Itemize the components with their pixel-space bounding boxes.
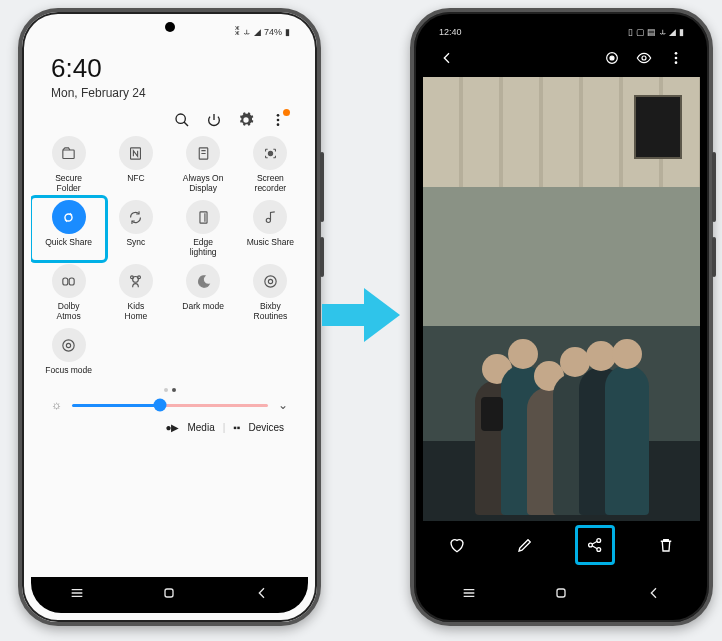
dark-icon[interactable] bbox=[186, 264, 220, 298]
nfc-icon[interactable] bbox=[119, 136, 153, 170]
tile-label: Screenrecorder bbox=[255, 174, 287, 194]
svg-point-20 bbox=[63, 339, 74, 350]
back-button[interactable] bbox=[254, 585, 270, 605]
bixby-icon[interactable] bbox=[253, 264, 287, 298]
quick-tile-aod[interactable]: Always OnDisplay bbox=[170, 136, 237, 194]
quick-tile-kids[interactable]: KidsHome bbox=[102, 264, 169, 322]
svg-point-30 bbox=[675, 57, 678, 60]
quick-tile-dolby[interactable]: DolbyAtmos bbox=[35, 264, 102, 322]
navigation-bar bbox=[31, 577, 308, 613]
power-icon[interactable] bbox=[206, 112, 222, 128]
slider-thumb[interactable] bbox=[154, 399, 167, 412]
gallery-topbar bbox=[423, 43, 700, 77]
visibility-icon[interactable] bbox=[636, 50, 652, 70]
favorite-icon[interactable] bbox=[440, 528, 474, 562]
quick-tile-bixby[interactable]: BixbyRoutines bbox=[237, 264, 304, 322]
quick-tile-dark[interactable]: Dark mode bbox=[170, 264, 237, 322]
sync-icon[interactable] bbox=[119, 200, 153, 234]
gallery-bottombar bbox=[423, 521, 700, 569]
wifi-icon: ⥿ bbox=[243, 27, 251, 37]
edit-icon[interactable] bbox=[508, 528, 542, 562]
page-dot bbox=[164, 388, 168, 392]
svg-rect-40 bbox=[557, 589, 565, 597]
svg-point-13 bbox=[266, 218, 270, 222]
dolby-icon[interactable] bbox=[52, 264, 86, 298]
media-play-icon: ●▶ bbox=[165, 422, 179, 433]
rec-icon[interactable] bbox=[253, 136, 287, 170]
quick-tile-music[interactable]: Music Share bbox=[237, 200, 304, 258]
share-icon[interactable] bbox=[575, 525, 615, 565]
home-button[interactable] bbox=[161, 585, 177, 605]
tile-label: Dark mode bbox=[182, 302, 224, 322]
status-bar: 12:40 ▯ ▢ ▤ ⥿ ◢ ▮ bbox=[423, 21, 700, 43]
photo-phone-in-hand bbox=[481, 397, 503, 431]
search-icon[interactable] bbox=[174, 112, 190, 128]
status-bar: ⁑ ⥿ ◢ 74% ▮ bbox=[31, 21, 308, 43]
kids-icon[interactable] bbox=[119, 264, 153, 298]
tile-label: SecureFolder bbox=[55, 174, 82, 194]
media-button[interactable]: Media bbox=[187, 422, 214, 433]
battery-icon: ▮ bbox=[285, 27, 290, 37]
photo-view[interactable] bbox=[423, 77, 700, 521]
tile-label: Always OnDisplay bbox=[183, 174, 224, 194]
music-icon[interactable] bbox=[253, 200, 287, 234]
devices-button[interactable]: Devices bbox=[248, 422, 284, 433]
quick-tile-rec[interactable]: Screenrecorder bbox=[237, 136, 304, 194]
svg-rect-11 bbox=[200, 211, 207, 222]
bluetooth-icon: ⁑ bbox=[235, 27, 240, 37]
home-button[interactable] bbox=[553, 585, 569, 605]
status-icons: ▯ ▢ ▤ ⥿ ◢ ▮ bbox=[628, 27, 684, 37]
svg-point-4 bbox=[277, 123, 280, 126]
bixby-vision-icon[interactable] bbox=[604, 50, 620, 70]
quick-tile-edge[interactable]: Edgelighting bbox=[170, 200, 237, 258]
svg-point-29 bbox=[675, 52, 678, 55]
svg-point-21 bbox=[67, 343, 71, 347]
svg-point-28 bbox=[642, 56, 646, 60]
svg-point-17 bbox=[131, 275, 134, 278]
phone-gallery-viewer: 12:40 ▯ ▢ ▤ ⥿ ◢ ▮ bbox=[410, 8, 713, 626]
gear-icon[interactable] bbox=[238, 112, 254, 128]
quick-tile-sync[interactable]: Sync bbox=[102, 200, 169, 258]
focus-icon[interactable] bbox=[52, 328, 86, 362]
back-icon[interactable] bbox=[439, 50, 455, 70]
more-icon[interactable] bbox=[270, 112, 286, 128]
back-button[interactable] bbox=[646, 585, 662, 605]
quick-tile-folder[interactable]: SecureFolder bbox=[35, 136, 102, 194]
share-icon[interactable] bbox=[52, 200, 86, 234]
brightness-icon: ☼ bbox=[51, 398, 62, 412]
tile-label: NFC bbox=[127, 174, 144, 194]
svg-rect-14 bbox=[63, 277, 68, 284]
tile-label: BixbyRoutines bbox=[254, 302, 288, 322]
quick-tile-focus[interactable]: Focus mode bbox=[35, 328, 102, 386]
recents-button[interactable] bbox=[69, 585, 85, 605]
tile-label: DolbyAtmos bbox=[57, 302, 81, 322]
svg-point-18 bbox=[138, 275, 141, 278]
tile-label: Edgelighting bbox=[190, 238, 217, 258]
tile-label: KidsHome bbox=[125, 302, 148, 322]
volume-button[interactable] bbox=[320, 152, 324, 222]
volume-button[interactable] bbox=[712, 152, 716, 222]
expand-icon[interactable]: ⌄ bbox=[278, 398, 288, 412]
status-time: 12:40 bbox=[439, 27, 462, 37]
svg-point-27 bbox=[610, 56, 614, 60]
quick-tile-share[interactable]: Quick Share bbox=[31, 195, 108, 263]
battery-pct: 74% bbox=[264, 27, 282, 37]
aod-icon[interactable] bbox=[186, 136, 220, 170]
recents-button[interactable] bbox=[461, 585, 477, 605]
photo-window bbox=[634, 95, 682, 159]
control-row bbox=[31, 108, 308, 130]
edge-icon[interactable] bbox=[186, 200, 220, 234]
brightness-slider[interactable] bbox=[72, 404, 268, 407]
folder-icon[interactable] bbox=[52, 136, 86, 170]
page-dot-active bbox=[172, 388, 176, 392]
more-icon[interactable] bbox=[668, 50, 684, 70]
svg-line-1 bbox=[184, 122, 188, 126]
delete-icon[interactable] bbox=[649, 528, 683, 562]
power-button[interactable] bbox=[320, 237, 324, 277]
tile-label: Quick Share bbox=[45, 238, 92, 258]
tile-label: Music Share bbox=[247, 238, 294, 258]
quick-tile-nfc[interactable]: NFC bbox=[102, 136, 169, 194]
media-devices-row: ●▶ Media | ▪▪ Devices bbox=[31, 418, 308, 441]
power-button[interactable] bbox=[712, 237, 716, 277]
clock: 6:40 bbox=[51, 53, 288, 84]
